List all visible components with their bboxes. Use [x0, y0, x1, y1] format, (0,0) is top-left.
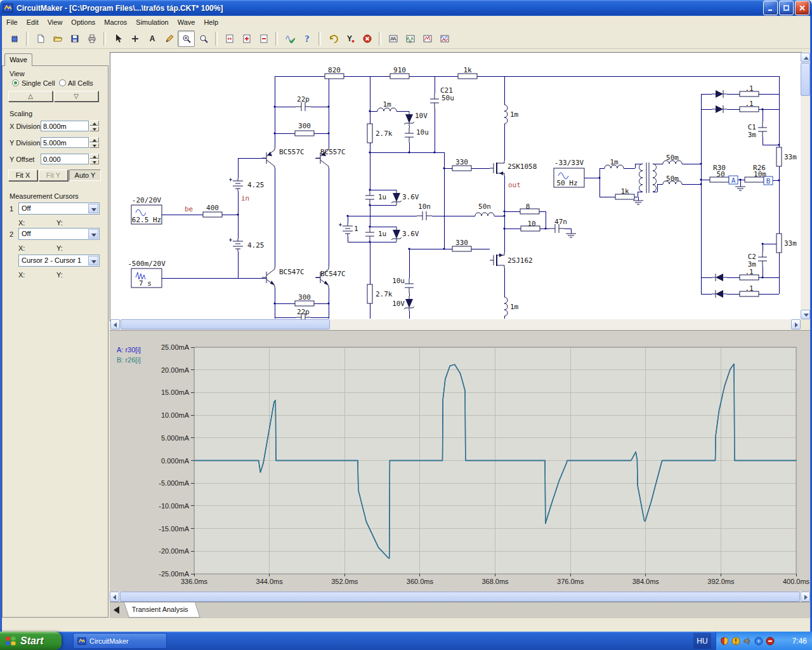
capacitor[interactable]	[405, 128, 414, 143]
text-tool-button[interactable]: A	[143, 30, 160, 47]
schematic-label[interactable]: 3m	[748, 131, 757, 139]
y-offset-spinner[interactable]	[89, 154, 99, 164]
delete-tool-button[interactable]	[160, 30, 178, 47]
schematic-label[interactable]: A	[731, 176, 736, 185]
zener-diode[interactable]	[404, 296, 414, 311]
capacitor[interactable]	[296, 102, 311, 111]
menu-file[interactable]: File	[2, 17, 22, 28]
scale-down-button[interactable]: ▽	[54, 91, 98, 102]
schematic-label[interactable]: 3.6V	[402, 193, 419, 201]
schematic-label[interactable]: 47n	[554, 218, 567, 226]
zener-diode[interactable]	[404, 111, 414, 126]
dropdown-arrow-icon[interactable]	[88, 204, 98, 213]
resistor[interactable]	[203, 212, 222, 217]
diode[interactable]	[712, 90, 727, 98]
schematic-label[interactable]: 50m	[666, 175, 679, 183]
probe-tool-button[interactable]: Y	[341, 30, 358, 47]
schematic-hscrollbar[interactable]	[110, 319, 801, 329]
reset-simulation-button[interactable]	[324, 30, 341, 47]
minimize-button[interactable]	[763, 1, 778, 15]
schematic-label[interactable]: be	[185, 205, 193, 213]
schematic-label[interactable]: 50m	[666, 154, 679, 162]
schematic-label[interactable]: 400	[206, 204, 219, 212]
y-division-input[interactable]	[41, 137, 89, 148]
schematic-label[interactable]: 2SJ162	[508, 256, 533, 265]
scroll-right-button[interactable]	[801, 592, 810, 602]
fit-x-button[interactable]: Fit X	[8, 169, 37, 181]
tray-network-icon[interactable]	[754, 637, 763, 646]
schematic-label[interactable]: 10u	[392, 277, 405, 285]
schematic-label[interactable]: out	[508, 181, 521, 189]
language-indicator[interactable]: HU	[693, 633, 711, 649]
waveform-plot[interactable]: 25.00mA20.00mA15.00mA10.00mA5.000mA0.000…	[112, 333, 810, 587]
analog-scope-button[interactable]	[402, 30, 419, 47]
resistor[interactable]	[776, 234, 782, 253]
capacitor[interactable]	[430, 93, 439, 109]
transformer[interactable]	[639, 162, 657, 193]
print-button[interactable]	[83, 30, 100, 47]
fit-page-button[interactable]	[221, 30, 238, 47]
schematic-label[interactable]: 62.5 Hz	[132, 216, 161, 224]
schematic-label[interactable]: 33m	[784, 153, 797, 161]
y-division-spinner[interactable]	[89, 137, 99, 148]
diode[interactable]	[712, 290, 727, 298]
schematic-label[interactable]: .1	[745, 84, 753, 93]
menu-wave[interactable]: Wave	[173, 17, 200, 28]
dropdown-arrow-icon[interactable]	[88, 229, 98, 239]
schematic-label[interactable]: 1m	[510, 110, 519, 119]
resistor[interactable]	[295, 301, 314, 306]
schematic-label[interactable]: 4.25	[247, 181, 265, 189]
schematic-label[interactable]: 10V	[392, 300, 405, 308]
wire-tool-button[interactable]	[126, 30, 143, 47]
zoom-in-page-button[interactable]	[238, 30, 255, 47]
schematic-label[interactable]: BC547C	[279, 268, 304, 276]
schematic-label[interactable]: 10n	[418, 202, 431, 211]
resistor[interactable]	[390, 74, 409, 79]
schematic-label[interactable]: 330	[455, 239, 468, 247]
schematic-label[interactable]: 2SK1058	[508, 162, 537, 171]
ground[interactable]	[633, 201, 643, 204]
vscroll-thumb[interactable]	[801, 63, 810, 96]
ground[interactable]	[566, 234, 576, 237]
tray-volume-icon[interactable]	[743, 637, 752, 646]
tab-scroll-left-button[interactable]	[114, 606, 119, 614]
schematic-label[interactable]: BC557C	[320, 148, 346, 156]
tray-shield-icon[interactable]	[720, 637, 729, 646]
zoom-tool-button[interactable]	[195, 30, 212, 47]
schematic-label[interactable]: 300	[298, 122, 311, 130]
menu-view[interactable]: View	[43, 17, 67, 28]
open-file-button[interactable]	[49, 30, 66, 47]
hscroll-thumb[interactable]	[120, 592, 800, 602]
capacitor[interactable]	[758, 251, 767, 267]
battery[interactable]	[229, 239, 243, 252]
scroll-left-button[interactable]	[110, 319, 120, 329]
schematic-label[interactable]: 7 s	[139, 279, 152, 288]
resistor[interactable]	[367, 124, 372, 143]
select-tool-button[interactable]	[109, 30, 126, 47]
schematic-label[interactable]: -33/33V	[554, 159, 584, 167]
tray-antivirus-icon[interactable]	[766, 637, 775, 646]
scale-up-button[interactable]: △	[8, 91, 53, 102]
capacitor[interactable]	[405, 278, 414, 293]
resistor[interactable]	[295, 131, 314, 136]
maximize-button[interactable]	[779, 1, 794, 15]
resistor[interactable]	[367, 284, 372, 303]
schematic-label[interactable]: B	[766, 177, 771, 185]
schematic-label[interactable]: 4.25	[247, 241, 265, 249]
run-simulation-button[interactable]	[281, 30, 298, 47]
signal-view-button[interactable]	[419, 30, 436, 47]
capacitor[interactable]	[417, 211, 432, 220]
capacitor[interactable]	[365, 190, 374, 205]
schematic-label[interactable]: 2.7k	[376, 290, 393, 298]
menu-macros[interactable]: Macros	[100, 17, 131, 28]
scroll-up-button[interactable]	[801, 53, 810, 62]
schematic-label[interactable]: 10	[527, 220, 535, 228]
schematic-label[interactable]: 1k	[620, 187, 629, 196]
schematic-label[interactable]: -500m/20V	[128, 260, 166, 268]
nmos-transistor[interactable]	[490, 161, 504, 176]
waveform-hscrollbar[interactable]	[110, 592, 810, 602]
inductor[interactable]	[504, 105, 508, 124]
resistor[interactable]	[452, 246, 471, 251]
resistor[interactable]	[458, 74, 477, 79]
schematic-label[interactable]: BC557C	[279, 148, 304, 156]
